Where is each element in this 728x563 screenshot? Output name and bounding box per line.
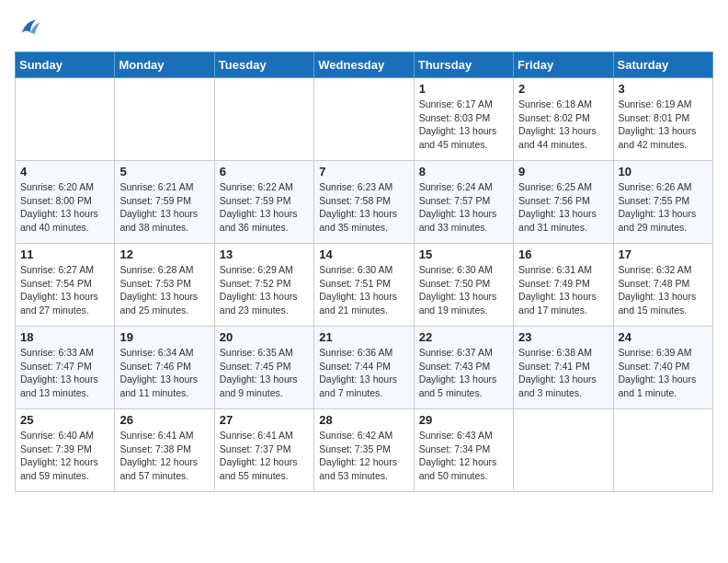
calendar-cell: 14Sunrise: 6:30 AM Sunset: 7:51 PM Dayli… [314,244,414,327]
calendar-week-row: 1Sunrise: 6:17 AM Sunset: 8:03 PM Daylig… [16,78,713,161]
day-info: Sunrise: 6:19 AM Sunset: 8:01 PM Dayligh… [619,98,708,152]
day-number: 4 [20,165,109,178]
day-number: 10 [619,165,708,178]
day-info: Sunrise: 6:40 AM Sunset: 7:39 PM Dayligh… [20,429,109,483]
day-number: 17 [619,247,708,261]
calendar-cell: 3Sunrise: 6:19 AM Sunset: 8:01 PM Daylig… [613,78,712,161]
day-number: 11 [20,247,109,261]
day-number: 20 [220,330,309,344]
day-info: Sunrise: 6:17 AM Sunset: 8:03 PM Dayligh… [419,98,508,152]
day-number: 6 [220,165,309,178]
day-number: 27 [220,413,309,427]
calendar-cell: 20Sunrise: 6:35 AM Sunset: 7:45 PM Dayli… [214,327,313,409]
calendar-week-row: 18Sunrise: 6:33 AM Sunset: 7:47 PM Dayli… [16,327,713,409]
day-info: Sunrise: 6:30 AM Sunset: 7:51 PM Dayligh… [319,263,408,317]
day-number: 29 [419,413,508,427]
calendar-cell: 12Sunrise: 6:28 AM Sunset: 7:53 PM Dayli… [115,244,214,327]
calendar-cell: 26Sunrise: 6:41 AM Sunset: 7:38 PM Dayli… [115,409,214,492]
day-info: Sunrise: 6:41 AM Sunset: 7:37 PM Dayligh… [220,429,309,483]
day-number: 19 [119,330,209,344]
calendar-cell: 27Sunrise: 6:41 AM Sunset: 7:37 PM Dayli… [214,409,313,492]
day-info: Sunrise: 6:35 AM Sunset: 7:45 PM Dayligh… [220,346,309,400]
day-number: 7 [319,165,408,178]
column-header-saturday: Saturday [613,52,712,78]
day-number: 15 [419,247,508,261]
day-info: Sunrise: 6:27 AM Sunset: 7:54 PM Dayligh… [20,263,109,317]
column-header-thursday: Thursday [414,52,513,78]
calendar-cell: 19Sunrise: 6:34 AM Sunset: 7:46 PM Dayli… [115,327,214,409]
calendar-week-row: 25Sunrise: 6:40 AM Sunset: 7:39 PM Dayli… [16,409,713,492]
calendar-cell: 4Sunrise: 6:20 AM Sunset: 8:00 PM Daylig… [16,161,115,244]
day-info: Sunrise: 6:41 AM Sunset: 7:38 PM Dayligh… [119,429,209,483]
calendar-cell: 2Sunrise: 6:18 AM Sunset: 8:02 PM Daylig… [514,78,613,161]
calendar-cell: 6Sunrise: 6:22 AM Sunset: 7:59 PM Daylig… [214,161,313,244]
day-number: 24 [619,330,708,344]
calendar-cell: 11Sunrise: 6:27 AM Sunset: 7:54 PM Dayli… [16,244,115,327]
day-number: 1 [419,82,508,96]
day-number: 13 [220,247,309,261]
day-info: Sunrise: 6:25 AM Sunset: 7:56 PM Dayligh… [518,180,608,235]
logo [15,15,42,44]
calendar-cell: 8Sunrise: 6:24 AM Sunset: 7:57 PM Daylig… [414,161,513,244]
day-number: 3 [619,82,708,96]
day-info: Sunrise: 6:28 AM Sunset: 7:53 PM Dayligh… [119,263,209,317]
calendar-header-row: SundayMondayTuesdayWednesdayThursdayFrid… [16,52,713,78]
calendar-cell: 24Sunrise: 6:39 AM Sunset: 7:40 PM Dayli… [613,327,712,409]
calendar-cell: 7Sunrise: 6:23 AM Sunset: 7:58 PM Daylig… [314,161,414,244]
calendar-cell: 17Sunrise: 6:32 AM Sunset: 7:48 PM Dayli… [613,244,712,327]
day-info: Sunrise: 6:26 AM Sunset: 7:55 PM Dayligh… [619,180,708,235]
day-info: Sunrise: 6:32 AM Sunset: 7:48 PM Dayligh… [619,263,708,317]
day-info: Sunrise: 6:30 AM Sunset: 7:50 PM Dayligh… [419,263,508,317]
day-number: 21 [319,330,408,344]
day-number: 14 [319,247,408,261]
calendar-cell [16,78,115,161]
column-header-monday: Monday [115,52,214,78]
calendar-cell: 21Sunrise: 6:36 AM Sunset: 7:44 PM Dayli… [314,327,414,409]
day-number: 23 [518,330,608,344]
day-info: Sunrise: 6:36 AM Sunset: 7:44 PM Dayligh… [319,346,408,400]
calendar-table: SundayMondayTuesdayWednesdayThursdayFrid… [15,52,713,492]
calendar-cell: 18Sunrise: 6:33 AM Sunset: 7:47 PM Dayli… [16,327,115,409]
calendar-cell: 16Sunrise: 6:31 AM Sunset: 7:49 PM Dayli… [514,244,613,327]
logo-bird-icon [17,15,42,40]
calendar-cell: 23Sunrise: 6:38 AM Sunset: 7:41 PM Dayli… [514,327,613,409]
day-info: Sunrise: 6:38 AM Sunset: 7:41 PM Dayligh… [518,346,608,400]
day-number: 2 [518,82,608,96]
day-info: Sunrise: 6:18 AM Sunset: 8:02 PM Dayligh… [518,98,608,152]
calendar-cell [514,409,613,492]
day-info: Sunrise: 6:22 AM Sunset: 7:59 PM Dayligh… [220,180,309,235]
calendar-cell: 28Sunrise: 6:42 AM Sunset: 7:35 PM Dayli… [314,409,414,492]
day-info: Sunrise: 6:43 AM Sunset: 7:34 PM Dayligh… [419,429,508,483]
calendar-cell: 29Sunrise: 6:43 AM Sunset: 7:34 PM Dayli… [414,409,513,492]
column-header-friday: Friday [514,52,613,78]
day-info: Sunrise: 6:34 AM Sunset: 7:46 PM Dayligh… [119,346,209,400]
day-info: Sunrise: 6:23 AM Sunset: 7:58 PM Dayligh… [319,180,408,235]
calendar-cell: 15Sunrise: 6:30 AM Sunset: 7:50 PM Dayli… [414,244,513,327]
day-number: 5 [119,165,209,178]
day-number: 8 [419,165,508,178]
calendar-cell: 5Sunrise: 6:21 AM Sunset: 7:59 PM Daylig… [115,161,214,244]
day-info: Sunrise: 6:31 AM Sunset: 7:49 PM Dayligh… [518,263,608,317]
day-info: Sunrise: 6:33 AM Sunset: 7:47 PM Dayligh… [20,346,109,400]
day-number: 25 [20,413,109,427]
day-number: 16 [518,247,608,261]
day-info: Sunrise: 6:29 AM Sunset: 7:52 PM Dayligh… [220,263,309,317]
calendar-cell: 22Sunrise: 6:37 AM Sunset: 7:43 PM Dayli… [414,327,513,409]
column-header-sunday: Sunday [16,52,115,78]
calendar-week-row: 4Sunrise: 6:20 AM Sunset: 8:00 PM Daylig… [16,161,713,244]
day-info: Sunrise: 6:21 AM Sunset: 7:59 PM Dayligh… [119,180,209,235]
calendar-cell [214,78,313,161]
day-info: Sunrise: 6:39 AM Sunset: 7:40 PM Dayligh… [619,346,708,400]
day-number: 26 [119,413,209,427]
calendar-week-row: 11Sunrise: 6:27 AM Sunset: 7:54 PM Dayli… [16,244,713,327]
calendar-cell [613,409,712,492]
calendar-cell: 1Sunrise: 6:17 AM Sunset: 8:03 PM Daylig… [414,78,513,161]
day-info: Sunrise: 6:24 AM Sunset: 7:57 PM Dayligh… [419,180,508,235]
header [15,15,713,44]
calendar-cell [314,78,414,161]
day-number: 22 [419,330,508,344]
calendar-cell: 10Sunrise: 6:26 AM Sunset: 7:55 PM Dayli… [613,161,712,244]
day-number: 18 [20,330,109,344]
calendar-cell [115,78,214,161]
day-number: 28 [319,413,408,427]
